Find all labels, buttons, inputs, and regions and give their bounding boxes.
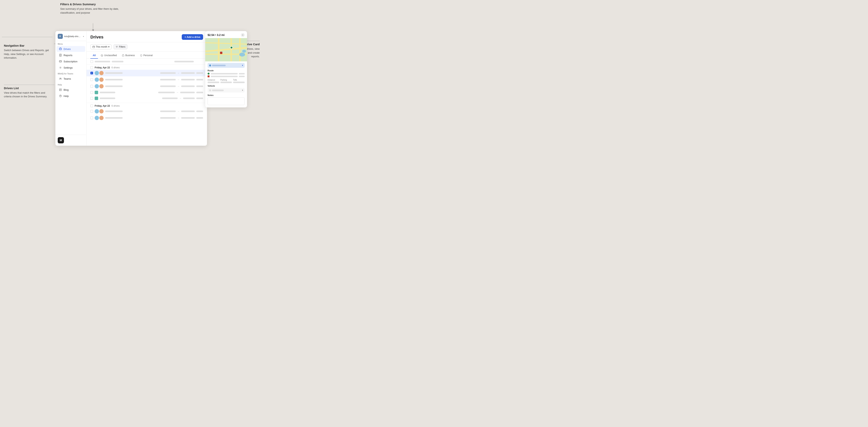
group-checkbox[interactable] xyxy=(90,104,93,107)
sidebar-item-drives[interactable]: Drives xyxy=(57,46,85,52)
map-pin-end xyxy=(220,52,222,54)
map-road xyxy=(205,42,247,45)
avatar-blue xyxy=(95,109,99,113)
vehicle-row[interactable]: ▾ xyxy=(208,88,245,93)
close-button[interactable]: × xyxy=(241,33,245,37)
drive-row[interactable]: → xyxy=(87,90,207,95)
avatar-blue xyxy=(95,71,99,75)
arrow-right-icon: → xyxy=(177,85,180,88)
drive-row[interactable]: → xyxy=(87,76,207,83)
classification-placeholder xyxy=(212,65,226,66)
metric-tolls: Tolls xyxy=(233,79,245,83)
sidebar-item-subscription-label: Subscription xyxy=(64,60,78,63)
classification-dot xyxy=(209,65,211,66)
drive-checkbox[interactable] xyxy=(90,91,93,94)
tooltip-body: See summary of your drives, and filter t… xyxy=(60,7,126,14)
route-start-bar xyxy=(211,73,238,74)
arrow-right-icon: → xyxy=(177,72,180,74)
drive-row[interactable]: → xyxy=(87,114,207,121)
map-road xyxy=(230,38,232,61)
drive-checkbox[interactable] xyxy=(90,110,93,113)
drive-avatars xyxy=(95,91,98,94)
tab-business-label: Business xyxy=(125,54,135,57)
group-checkbox[interactable] xyxy=(90,66,93,69)
card-body: ▾ Route Distance Parking Tolls xyxy=(205,61,247,107)
sidebar-item-settings-label: Settings xyxy=(64,66,73,69)
metric-distance: Distance xyxy=(208,79,219,83)
avatar-teal xyxy=(95,91,98,94)
svg-line-26 xyxy=(101,55,102,56)
metrics-row: Distance Parking Tolls xyxy=(208,79,245,83)
route-start-amount xyxy=(239,73,245,74)
group-checkbox[interactable] xyxy=(90,60,93,63)
avatar-orange xyxy=(99,77,103,82)
drives-annotation-title: Drives List xyxy=(4,87,51,90)
sidebar-item-help[interactable]: Help xyxy=(57,93,85,99)
drive-checkbox[interactable] xyxy=(90,97,93,100)
drive-checkbox[interactable] xyxy=(90,117,93,119)
tab-business[interactable]: Business xyxy=(120,53,137,59)
svg-point-11 xyxy=(61,78,61,79)
placeholder xyxy=(158,92,175,93)
classification-chevron: ▾ xyxy=(242,64,243,67)
account-switcher[interactable]: K kris@daily-drivers... ▾ xyxy=(55,31,86,41)
filters-button[interactable]: Filters xyxy=(114,44,127,50)
notes-textarea[interactable] xyxy=(208,97,245,105)
sidebar-item-settings[interactable]: Settings xyxy=(57,65,85,70)
nav-annotation-title: Navigation Bar xyxy=(4,44,51,47)
avatar: K xyxy=(58,34,63,39)
map-road xyxy=(205,47,247,52)
sidebar-item-blog[interactable]: Blog xyxy=(57,87,85,93)
drive-price: $2.54 xyxy=(208,33,214,36)
placeholder xyxy=(112,61,123,62)
drive-avatars xyxy=(95,97,98,100)
tolls-label: Tolls xyxy=(233,79,245,81)
svg-rect-27 xyxy=(122,55,124,56)
drive-checkbox[interactable]: ✓ xyxy=(90,72,93,74)
route-end-amount xyxy=(239,76,245,77)
drive-group-header: Friday, Apr 22 6 drives xyxy=(87,103,207,108)
arrow-right-icon: → xyxy=(179,97,182,100)
placeholder xyxy=(181,72,195,74)
avatar-orange xyxy=(99,71,103,75)
drive-row[interactable]: ✓ → xyxy=(87,70,207,76)
placeholder xyxy=(100,98,115,99)
drive-card-header: $2.54 • 3.2 mi × xyxy=(205,31,247,38)
route-end-row xyxy=(208,75,245,77)
date-filter-button[interactable]: This month ▾ xyxy=(90,44,112,50)
placeholder xyxy=(181,117,195,119)
drive-row[interactable]: → xyxy=(87,95,207,101)
sidebar-item-reports[interactable]: Reports xyxy=(57,52,85,58)
drive-row[interactable]: → xyxy=(87,108,207,114)
sidebar-item-subscription[interactable]: Subscription xyxy=(57,59,85,64)
drive-checkbox[interactable] xyxy=(90,78,93,81)
drive-row[interactable]: → xyxy=(87,83,207,90)
add-drive-button[interactable]: + Add a drive xyxy=(182,34,203,40)
placeholder xyxy=(95,61,110,62)
classification-select[interactable]: ▾ xyxy=(208,63,245,68)
drive-group-header: Friday, Apr 22 6 drives xyxy=(87,65,207,70)
mileiq-logo: M xyxy=(58,137,64,143)
tab-all[interactable]: All xyxy=(90,53,98,59)
avatar-teal xyxy=(95,97,98,100)
drive-checkbox[interactable] xyxy=(90,85,93,88)
route-start-row xyxy=(208,73,245,75)
tab-personal[interactable]: Personal xyxy=(137,53,155,59)
arrow-right-icon: → xyxy=(177,78,180,81)
sidebar-item-teams[interactable]: Teams xyxy=(57,76,85,81)
teams-icon xyxy=(59,77,62,80)
blog-icon xyxy=(59,88,62,91)
route-start-dot xyxy=(208,73,210,75)
account-email: kris@daily-drivers... xyxy=(64,35,82,37)
sidebar-item-teams-label: Teams xyxy=(64,77,71,80)
date-filter-label: This month xyxy=(96,45,107,48)
tab-unclassified[interactable]: Unclassified xyxy=(98,53,119,59)
amount-placeholder xyxy=(196,79,203,80)
placeholder xyxy=(100,92,115,93)
avatar-blue xyxy=(95,116,99,120)
placeholder xyxy=(181,79,195,80)
calendar-icon xyxy=(93,46,95,48)
placeholder xyxy=(105,86,123,87)
avatar-blue xyxy=(95,84,99,88)
drive-avatars xyxy=(95,109,103,113)
